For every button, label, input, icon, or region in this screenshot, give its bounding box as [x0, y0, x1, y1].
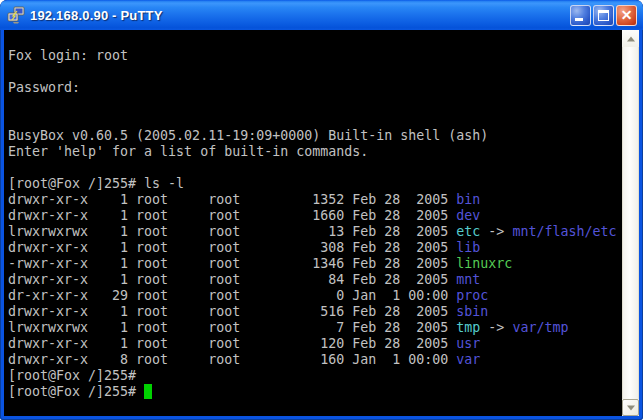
terminal-line: [root@Fox /]255#	[8, 368, 618, 384]
arrow-down-icon	[627, 405, 635, 410]
terminal-line: dr-xr-xr-x 29 root root 0 Jan 1 00:00 pr…	[8, 288, 618, 304]
terminal-line: lrwxrwxrwx 1 root root 13 Feb 28 2005 et…	[8, 224, 618, 240]
minimize-icon	[575, 18, 583, 21]
terminal-line: drwxr-xr-x 1 root root 516 Feb 28 2005 s…	[8, 304, 618, 320]
window-controls: ✕	[570, 5, 643, 26]
putty-window: 192.168.0.90 - PuTTY ✕ Fox login: root P…	[0, 0, 643, 420]
terminal-line: [root@Fox /]255# ls -l	[8, 176, 618, 192]
terminal-line: drwxr-xr-x 8 root root 160 Jan 1 00:00 v…	[8, 352, 618, 368]
terminal-line	[8, 32, 618, 48]
terminal-line: lrwxrwxrwx 1 root root 7 Feb 28 2005 tmp…	[8, 320, 618, 336]
scrollbar-thumb[interactable]	[622, 47, 639, 399]
terminal-lines[interactable]: Fox login: root Password: BusyBox v0.60.…	[8, 32, 618, 416]
terminal-line: BusyBox v0.60.5 (2005.02.11-19:09+0000) …	[8, 128, 618, 144]
close-button[interactable]: ✕	[616, 5, 637, 26]
minimize-button[interactable]	[570, 5, 591, 26]
terminal-line: drwxr-xr-x 1 root root 1352 Feb 28 2005 …	[8, 192, 618, 208]
title-bar[interactable]: 192.168.0.90 - PuTTY ✕	[0, 0, 643, 30]
terminal-line: [root@Fox /]255#	[8, 384, 618, 400]
terminal-line: -rwxr-xr-x 1 root root 1346 Feb 28 2005 …	[8, 256, 618, 272]
terminal-line: Enter 'help' for a list of built-in comm…	[8, 144, 618, 160]
arrow-up-icon	[627, 36, 635, 41]
putty-icon[interactable]	[7, 6, 25, 24]
terminal-line: drwxr-xr-x 1 root root 1660 Feb 28 2005 …	[8, 208, 618, 224]
close-icon: ✕	[617, 6, 636, 25]
scroll-down-button[interactable]	[622, 399, 639, 416]
maximize-icon	[598, 10, 609, 21]
terminal-line	[8, 96, 618, 112]
terminal-line	[8, 160, 618, 176]
maximize-button[interactable]	[593, 5, 614, 26]
scroll-up-button[interactable]	[622, 30, 639, 47]
terminal-line: drwxr-xr-x 1 root root 308 Feb 28 2005 l…	[8, 240, 618, 256]
terminal-cursor	[144, 384, 152, 399]
terminal-line: drwxr-xr-x 1 root root 120 Feb 28 2005 u…	[8, 336, 618, 352]
terminal-line	[8, 64, 618, 80]
scrollbar[interactable]	[622, 30, 639, 416]
terminal-line: Fox login: root	[8, 48, 618, 64]
terminal-line	[8, 112, 618, 128]
terminal-line: Password:	[8, 80, 618, 96]
terminal-screen[interactable]: Fox login: root Password: BusyBox v0.60.…	[4, 30, 639, 416]
terminal-line: drwxr-xr-x 1 root root 84 Feb 28 2005 mn…	[8, 272, 618, 288]
window-title: 192.168.0.90 - PuTTY	[30, 8, 163, 23]
